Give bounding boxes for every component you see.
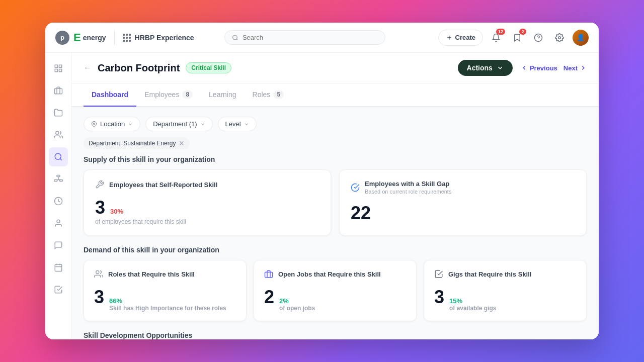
jobs-icon bbox=[54, 108, 63, 117]
search-input[interactable] bbox=[243, 34, 378, 41]
prev-button[interactable]: Previous bbox=[521, 64, 557, 72]
jobs-card-header: Open Jobs that Require this Skill bbox=[264, 269, 406, 279]
svg-point-19 bbox=[57, 220, 60, 223]
roles-percent: 66% bbox=[109, 297, 226, 305]
sidebar-item-dashboard[interactable] bbox=[49, 59, 68, 78]
gigs-percent: 15% bbox=[449, 297, 496, 305]
help-button[interactable] bbox=[530, 30, 546, 46]
skill-gap-count: 22 bbox=[351, 203, 371, 224]
supply-cards-row: Employees that Self-Reported Skill 3 30%… bbox=[84, 169, 587, 236]
back-button[interactable]: ← bbox=[84, 63, 92, 72]
sidebar-item-history[interactable] bbox=[49, 192, 68, 211]
level-filter[interactable]: Level bbox=[218, 117, 257, 131]
svg-point-11 bbox=[55, 153, 61, 159]
brand-logo: E energy bbox=[73, 31, 106, 44]
content-body: Location Department (1) Level Department… bbox=[71, 107, 599, 339]
sidebar-item-org[interactable] bbox=[49, 169, 68, 189]
tab-roles-count: 5 bbox=[273, 90, 284, 99]
skill-gap-subtitle: Based on current role requirements bbox=[365, 189, 451, 195]
department-filter[interactable]: Department (1) bbox=[145, 117, 212, 131]
roles-card-title: Roles that Require this Skill bbox=[108, 270, 195, 278]
roles-count: 3 bbox=[94, 287, 104, 308]
open-jobs-icon bbox=[264, 269, 273, 279]
main-layout: ← Carbon Footprint Critical Skill Action… bbox=[45, 53, 599, 339]
active-filters-row: Department: Sustainable Energy ✕ bbox=[84, 137, 587, 149]
search-bar[interactable] bbox=[224, 30, 385, 45]
gigs-count: 3 bbox=[434, 287, 444, 308]
next-button[interactable]: Next bbox=[564, 64, 587, 72]
svg-rect-26 bbox=[265, 272, 273, 278]
tab-learning[interactable]: Learning bbox=[201, 83, 245, 107]
skill-gap-card: Employees with a Skill Gap Based on curr… bbox=[339, 169, 587, 236]
header-actions: ＋ Create 12 2 👤 bbox=[438, 30, 589, 46]
skill-gap-card-header: Employees with a Skill Gap Based on curr… bbox=[351, 180, 575, 195]
roles-card-header: Roles that Require this Skill bbox=[94, 269, 236, 279]
svg-line-12 bbox=[60, 158, 61, 160]
svg-rect-13 bbox=[57, 175, 60, 177]
sidebar-item-people[interactable] bbox=[49, 125, 68, 144]
roles-people-icon bbox=[94, 269, 103, 279]
sidebar-item-calendar[interactable] bbox=[49, 258, 68, 277]
jobs-count: 2 bbox=[264, 287, 274, 308]
tab-roles[interactable]: Roles 5 bbox=[245, 83, 292, 107]
sidebar-item-briefcase[interactable] bbox=[49, 81, 68, 100]
location-chevron-icon bbox=[128, 122, 133, 127]
actions-button[interactable]: Actions bbox=[458, 60, 513, 76]
gigs-desc: of available gigs bbox=[449, 305, 496, 312]
tab-employees[interactable]: Employees 8 bbox=[136, 83, 201, 107]
next-label: Next bbox=[564, 64, 578, 72]
profile-icon bbox=[54, 219, 63, 228]
chat-icon bbox=[54, 241, 63, 250]
demand-heading: Demand of this skill in your organizatio… bbox=[84, 246, 587, 254]
bookmarks-button[interactable]: 2 bbox=[509, 30, 525, 46]
sidebar-item-chat[interactable] bbox=[49, 236, 68, 255]
skill-gap-title: Employees with a Skill Gap bbox=[365, 180, 451, 188]
svg-rect-8 bbox=[59, 69, 61, 72]
self-reported-count: 3 bbox=[95, 197, 105, 218]
skill-dev-heading: Skill Development Opportunities bbox=[84, 331, 587, 339]
notifications-badge: 12 bbox=[496, 29, 505, 35]
supply-heading: Supply of this skill in your organizatio… bbox=[84, 155, 587, 163]
tab-employees-label: Employees bbox=[144, 90, 179, 99]
self-reported-number: 3 30% bbox=[95, 197, 319, 218]
department-chevron-icon bbox=[200, 122, 205, 127]
create-button[interactable]: ＋ Create bbox=[438, 30, 483, 46]
sidebar-item-search[interactable] bbox=[49, 147, 68, 166]
tab-learning-label: Learning bbox=[209, 90, 236, 99]
notifications-button[interactable]: 12 bbox=[488, 30, 504, 46]
calendar-icon bbox=[54, 263, 63, 272]
tab-dashboard[interactable]: Dashboard bbox=[84, 83, 136, 107]
self-reported-title: Employees that Self-Reported Skill bbox=[109, 181, 217, 189]
roles-desc: Skill has High Importance for these role… bbox=[109, 305, 226, 312]
remove-filter-button[interactable]: ✕ bbox=[179, 139, 185, 147]
svg-rect-5 bbox=[55, 65, 57, 67]
actions-label: Actions bbox=[467, 64, 493, 72]
gear-icon bbox=[555, 33, 564, 42]
active-filter-text: Department: Sustainable Energy bbox=[89, 140, 176, 147]
sidebar-item-tasks[interactable] bbox=[49, 280, 68, 299]
svg-rect-20 bbox=[55, 264, 62, 272]
app-name: HRBP Experience bbox=[123, 34, 194, 42]
plus-icon: ＋ bbox=[446, 33, 452, 42]
avatar[interactable]: 👤 bbox=[573, 30, 589, 46]
gigs-card: Gigs that Require this Skill 3 15% of av… bbox=[424, 260, 587, 321]
settings-button[interactable] bbox=[551, 30, 568, 46]
self-reported-percent: 30% bbox=[110, 208, 123, 215]
tab-roles-label: Roles bbox=[253, 90, 271, 99]
level-chevron-icon bbox=[244, 122, 249, 127]
search-nav-icon bbox=[54, 152, 63, 161]
tab-dashboard-label: Dashboard bbox=[92, 90, 128, 99]
app-name-label: HRBP Experience bbox=[135, 34, 194, 42]
gigs-checkbox-icon bbox=[434, 269, 443, 279]
chevron-right-icon bbox=[580, 64, 587, 71]
tab-employees-count: 8 bbox=[182, 90, 193, 99]
jobs-card-title: Open Jobs that Require this Skill bbox=[278, 270, 381, 278]
chevron-down-icon bbox=[497, 64, 504, 71]
self-reported-card: Employees that Self-Reported Skill 3 30%… bbox=[84, 169, 331, 236]
gigs-number: 3 15% of available gigs bbox=[434, 287, 576, 312]
self-reported-card-header: Employees that Self-Reported Skill bbox=[95, 180, 319, 189]
roles-card: Roles that Require this Skill 3 66% Skil… bbox=[84, 260, 247, 321]
sidebar-item-jobs[interactable] bbox=[49, 103, 68, 122]
location-filter[interactable]: Location bbox=[84, 117, 140, 131]
sidebar-item-profile[interactable] bbox=[49, 214, 68, 233]
